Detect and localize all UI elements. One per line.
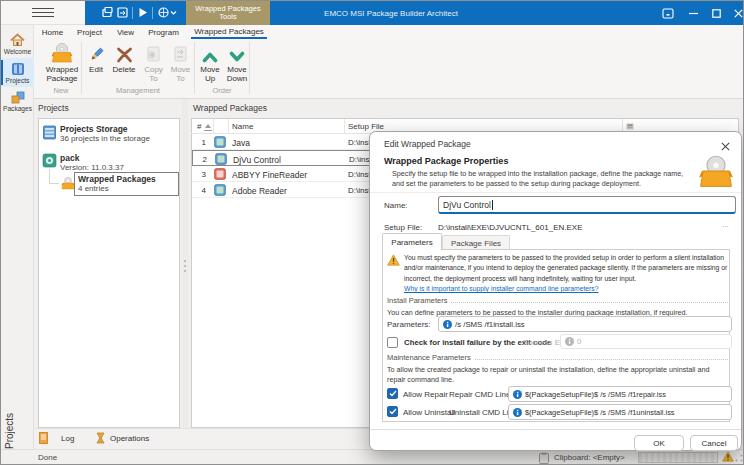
app-icon-abbyy xyxy=(214,168,226,180)
warning-link[interactable]: Why is it important to supply installer … xyxy=(404,285,599,292)
run-icon[interactable] xyxy=(138,7,148,18)
tab-home[interactable]: Home xyxy=(39,25,66,39)
tab-log[interactable]: Log xyxy=(39,432,74,444)
copy-to-button[interactable]: Copy To xyxy=(140,41,167,87)
sort-ascending-icon-base xyxy=(204,130,212,131)
group-label-order: Order xyxy=(195,86,249,95)
contextual-tab[interactable]: Wrapped Packages Tools xyxy=(186,1,270,25)
info-icon xyxy=(513,390,522,399)
parameters-input[interactable]: /s /SMS /f1install.iss xyxy=(438,316,732,332)
wrapped-package-button[interactable]: Wrapped Package xyxy=(43,41,81,87)
qat-divider-2 xyxy=(152,7,153,19)
repair-cmd-label: Repair CMD Line: xyxy=(449,390,513,399)
qat-icon-1[interactable] xyxy=(102,7,113,18)
copy-to-icon xyxy=(146,41,161,63)
column-separator xyxy=(213,119,214,133)
column-header-name[interactable]: Name xyxy=(232,122,253,131)
packages-panel-title: Wrapped Packages xyxy=(193,103,267,113)
panel-caption-projects[interactable]: Projects xyxy=(4,387,15,449)
sidebar-item-projects[interactable]: Projects xyxy=(1,58,34,87)
info-icon-disabled xyxy=(565,337,574,346)
maintenance-hint: To allow the created package to repair o… xyxy=(387,365,727,384)
tree-item-projects-storage[interactable]: Projects Storage 36 projects in the stor… xyxy=(60,124,178,143)
install-parameters-group: Install Parameters xyxy=(387,296,728,305)
success-codes-input[interactable]: 0 xyxy=(560,334,732,349)
hourglass-icon xyxy=(96,432,105,444)
header-divider xyxy=(370,192,741,193)
move-up-button[interactable]: Move Up xyxy=(197,41,223,87)
minimize-button[interactable] xyxy=(685,6,701,20)
tab-operations[interactable]: Operations xyxy=(96,432,149,444)
dialog-close-button[interactable] xyxy=(717,139,733,153)
move-to-icon xyxy=(173,41,188,63)
maximize-button[interactable] xyxy=(708,6,724,20)
ribbon-options-icon[interactable] xyxy=(660,6,676,20)
delete-icon xyxy=(116,41,133,63)
ok-button[interactable]: OK xyxy=(634,435,684,451)
exit-code-checkbox[interactable] xyxy=(387,337,398,348)
allow-uninstall-checkbox[interactable] xyxy=(387,406,398,417)
tree-item-pack[interactable]: pack Version: 11.0.3.37 xyxy=(60,153,178,172)
column-header-setup-file[interactable]: Setup File xyxy=(348,122,384,131)
maintenance-parameters-group: Maintenance Parameters xyxy=(387,353,728,362)
tab-parameters[interactable]: Parameters xyxy=(382,233,442,250)
dialog-description: Specify the setup file to be wrapped int… xyxy=(392,169,692,188)
status-warning-icon[interactable] xyxy=(722,451,734,462)
edit-icon xyxy=(88,41,105,63)
move-to-button[interactable]: Move To xyxy=(167,41,194,87)
tab-view[interactable]: View xyxy=(111,25,140,39)
sidebar-item-packages[interactable]: Packages xyxy=(1,87,34,116)
wrapped-package-icon xyxy=(51,41,73,63)
column-chooser-icon[interactable] xyxy=(626,123,634,130)
warning-text: You must specify the parameters to be pa… xyxy=(404,253,728,284)
group-label-management: Management xyxy=(82,86,194,95)
main-menu-button[interactable] xyxy=(1,1,85,25)
tab-wrapped-packages[interactable]: Wrapped Packages xyxy=(191,25,267,39)
tree-connector xyxy=(49,183,59,184)
clipboard-icon xyxy=(539,452,549,464)
sidebar-item-welcome[interactable]: Welcome xyxy=(1,29,34,58)
column-separator xyxy=(228,119,229,133)
qat-menu-icon[interactable] xyxy=(158,7,178,18)
column-separator xyxy=(344,119,345,133)
setup-file-value: D:\install\EXE\DJVUCNTL_601_EN.EXE xyxy=(438,223,583,232)
parameters-label: Parameters: xyxy=(387,320,431,329)
qat-icon-2[interactable] xyxy=(117,7,128,18)
storage-icon xyxy=(43,125,56,140)
tree-item-wrapped-packages[interactable]: Wrapped Packages 4 entries xyxy=(74,172,179,196)
edit-button[interactable]: Edit xyxy=(83,41,109,87)
text-caret xyxy=(492,200,493,210)
progress-indicator xyxy=(638,452,718,463)
tab-project[interactable]: Project xyxy=(71,25,108,39)
allow-repair-checkbox[interactable] xyxy=(387,388,398,399)
ribbon-tab-row xyxy=(34,25,744,39)
allow-uninstall-label: Allow Uninstall xyxy=(403,408,455,417)
wrapped-package-dialog-icon xyxy=(698,154,734,188)
allow-repair-label: Allow Repair xyxy=(403,390,448,399)
tab-package-files[interactable]: Package Files xyxy=(442,235,510,250)
move-down-button[interactable]: Move Down xyxy=(223,41,251,87)
home-icon xyxy=(10,33,25,47)
repair-cmd-input[interactable]: $(PackageSetupFile)$ /s /SMS /f1repair.i… xyxy=(508,386,732,402)
name-input[interactable]: DjVu Control xyxy=(438,196,736,214)
log-icon xyxy=(39,432,48,444)
resize-grip[interactable] xyxy=(735,454,743,462)
tab-program[interactable]: Program xyxy=(142,25,185,39)
wrapped-packages-tree-icon xyxy=(61,176,75,190)
move-up-icon xyxy=(202,41,218,63)
hamburger-icon xyxy=(32,5,54,20)
info-icon xyxy=(513,408,522,417)
close-button[interactable] xyxy=(730,6,744,20)
dialog-title: Edit Wrapped Package xyxy=(384,139,471,149)
uninstall-cmd-input[interactable]: $(PackageSetupFile)$ /s /SMS /f1uninstal… xyxy=(508,404,732,420)
dialog-header: Wrapped Package Properties xyxy=(384,156,508,166)
panel-splitter[interactable] xyxy=(182,99,188,428)
delete-button[interactable]: Delete xyxy=(109,41,139,87)
column-header-num[interactable]: # xyxy=(197,122,201,131)
cancel-button[interactable]: Cancel xyxy=(690,435,738,451)
info-icon xyxy=(443,320,452,329)
browse-button[interactable]: ... xyxy=(722,220,729,229)
tree-connector xyxy=(49,169,50,183)
app-icon-djvu xyxy=(215,153,227,165)
app-icon-adobe xyxy=(214,184,226,196)
